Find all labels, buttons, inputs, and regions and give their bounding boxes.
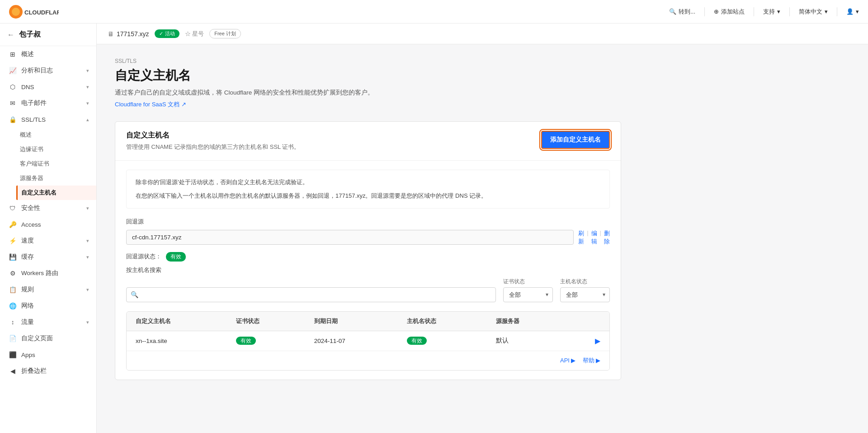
domain-bar: 🖥 177157.xyz ✓ 活动 ☆ 星号 Free 计划	[97, 24, 868, 44]
sidebar-item-access[interactable]: 🔑 Access	[0, 216, 96, 233]
sidebar-back-button[interactable]: ←	[7, 31, 14, 39]
edit-action[interactable]: 编辑	[591, 229, 597, 246]
chevron-down-icon: ▾	[777, 8, 780, 15]
sidebar-item-label: 速度	[21, 237, 82, 245]
sidebar-sub-item-ssl-client[interactable]: 客户端证书	[20, 157, 96, 171]
table-footer: API ▶ 帮助 ▶	[127, 351, 609, 370]
add-site-button[interactable]: ⊕ 添加站点	[714, 8, 745, 16]
table-row: xn--1xa.site 有效 2024-11-07 有效 默认	[127, 331, 609, 351]
sidebar-item-workers[interactable]: ⚙ Workers 路由	[0, 265, 96, 281]
chevron-down-icon3: ▾	[856, 8, 859, 15]
search-input-wrap: 🔍	[126, 287, 496, 302]
sidebar-item-label: Apps	[21, 352, 89, 358]
docs-link[interactable]: Cloudflare for SaaS 文档 ↗	[115, 100, 621, 109]
hostname-status-select-wrap: 全部 活动 过期 待处理	[560, 287, 610, 302]
separator1: |	[587, 229, 588, 246]
language-button[interactable]: 简体中文 ▾	[799, 8, 828, 16]
chart-icon: 📈	[9, 67, 17, 75]
sidebar-item-dns[interactable]: ⬡ DNS ▾	[0, 79, 96, 95]
shield-icon: 🛡	[9, 204, 17, 212]
search-section: 按主机名搜索 🔍 证书状态	[126, 266, 610, 302]
page-content: SSL/TLS 自定义主机名 通过客户自己的自定义域或虚拟域，将 Cloudfl…	[97, 44, 639, 403]
sidebar-item-email[interactable]: ✉ 电子邮件 ▾	[0, 95, 96, 111]
fallback-label: 回退源	[126, 218, 610, 226]
cert-valid-badge: 有效	[236, 337, 256, 345]
sidebar-sub-item-ssl-overview[interactable]: 概述	[20, 128, 96, 142]
row-expand-button[interactable]: ▶	[565, 331, 609, 351]
select-group: 证书状态 全部 活动 过期 待处理	[503, 278, 610, 302]
ssl-submenu: 概述 边缘证书 客户端证书 源服务器 自定义主机名	[0, 128, 96, 200]
sidebar-header: ← 包子叔	[0, 24, 96, 46]
fallback-info-box: 除非你的'回退源'处于活动状态，否则自定义主机名无法完成验证。 在您的区域下输入…	[126, 170, 610, 209]
sidebar-item-label: 缓存	[21, 253, 82, 261]
main-content: 🖥 177157.xyz ✓ 活动 ☆ 星号 Free 计划 SSL/TLS 自…	[97, 24, 868, 433]
card-description: 管理使用 CNAME 记录指向您的域的第三方的主机名和 SSL 证书。	[126, 143, 300, 151]
page-description: 通过客户自己的自定义域或虚拟域，将 Cloudflare 网络的安全性和性能优势…	[115, 88, 621, 98]
sidebar-item-network[interactable]: 🌐 网络	[0, 298, 96, 314]
search-label: 转到...	[679, 8, 695, 16]
sidebar-item-label: 规则	[21, 285, 82, 294]
card-body: 除非你的'回退源'处于活动状态，否则自定义主机名无法完成验证。 在您的区域下输入…	[115, 161, 621, 380]
traffic-icon: ↕	[9, 318, 17, 326]
warning-text: 除非你的'回退源'处于活动状态，否则自定义主机名无法完成验证。	[136, 177, 600, 187]
chevron-right-icon6: ▾	[86, 254, 89, 260]
api-arrow-icon: ▶	[571, 357, 576, 364]
cache-icon: 💾	[9, 253, 17, 261]
sidebar-sub-item-ssl-custom[interactable]: 自定义主机名	[16, 186, 96, 200]
divider4	[837, 7, 837, 16]
topnav-right: 🔍 转到... ⊕ 添加站点 支持 ▾ 简体中文 ▾ 👤 ▾	[669, 7, 859, 16]
sidebar-item-label: Access	[21, 221, 89, 228]
support-button[interactable]: 支持 ▾	[763, 8, 780, 16]
api-label: API	[560, 357, 570, 364]
sidebar-item-overview[interactable]: ⊞ 概述	[0, 46, 96, 62]
layout: ← 包子叔 ⊞ 概述 📈 分析和日志 ▾ ⬡ DNS ▾ ✉ 电子邮件 ▾ 🔒	[0, 24, 868, 433]
sidebar-sub-item-ssl-origin[interactable]: 源服务器	[20, 171, 96, 186]
sidebar-item-traffic[interactable]: ↕ 流量 ▾	[0, 314, 96, 330]
chevron-right-icon5: ▾	[86, 238, 89, 244]
hostname-status-select[interactable]: 全部 活动 过期 待处理	[560, 287, 610, 302]
sidebar-item-security[interactable]: 🛡 安全性 ▾	[0, 200, 96, 216]
star-button[interactable]: ☆ 星号	[185, 30, 204, 38]
search-input[interactable]	[126, 287, 496, 302]
sidebar-title: 包子叔	[19, 30, 41, 39]
help-link[interactable]: 帮助 ▶	[583, 357, 600, 365]
fallback-input[interactable]	[126, 230, 574, 245]
api-link[interactable]: API ▶	[560, 357, 576, 365]
mail-icon: ✉	[9, 99, 17, 107]
search-icon: 🔍	[131, 291, 138, 298]
domain-icon: 🖥	[108, 30, 114, 38]
sidebar-item-cache[interactable]: 💾 缓存 ▾	[0, 249, 96, 265]
cell-expiry: 2024-11-07	[305, 331, 398, 351]
sidebar-item-label: 网络	[21, 302, 89, 310]
card-header-text: 自定义主机名 管理使用 CNAME 记录指向您的域的第三方的主机名和 SSL 证…	[126, 131, 300, 151]
checkmark-icon: ✓	[159, 31, 163, 37]
divider2	[754, 7, 754, 16]
cell-origin: 默认	[487, 331, 565, 351]
add-custom-hostname-button[interactable]: 添加自定义主机名	[541, 131, 610, 149]
cert-status-select[interactable]: 全部 活动 过期 待处理	[503, 287, 553, 302]
delete-action[interactable]: 删除	[604, 229, 610, 246]
add-site-label: 添加站点	[721, 8, 745, 16]
sidebar-item-custom-pages[interactable]: 📄 自定义页面	[0, 330, 96, 347]
sidebar-item-fold[interactable]: ◀ 折叠边栏	[0, 363, 96, 379]
sidebar-item-label: Workers 路由	[21, 269, 89, 277]
external-link-icon: ↗	[181, 101, 186, 108]
cert-status-group: 证书状态 全部 活动 过期 待处理	[503, 278, 553, 302]
hostname-status-group: 主机名状态 全部 活动 过期 待处理	[560, 278, 610, 302]
sidebar-item-apps[interactable]: ⬛ Apps	[0, 347, 96, 363]
sidebar-item-analytics[interactable]: 📈 分析和日志 ▾	[0, 62, 96, 79]
plus-icon: ⊕	[714, 8, 719, 15]
svg-text:CLOUDFLARE: CLOUDFLARE	[24, 9, 59, 16]
user-button[interactable]: 👤 ▾	[846, 8, 859, 15]
sidebar-sub-item-ssl-edge[interactable]: 边缘证书	[20, 142, 96, 157]
sidebar-item-speed[interactable]: ⚡ 速度 ▾	[0, 233, 96, 249]
status-label: 回退源状态：	[126, 252, 161, 261]
refresh-action[interactable]: 刷新	[578, 229, 584, 246]
cell-hostname-status: 有效	[398, 331, 487, 351]
sidebar-item-rules[interactable]: 📋 规则 ▾	[0, 281, 96, 298]
sidebar-item-ssl[interactable]: 🔒 SSL/TLS ▴	[0, 111, 96, 128]
lock-icon: 🔒	[9, 115, 17, 124]
divider	[704, 7, 705, 16]
search-button[interactable]: 🔍 转到...	[669, 8, 695, 16]
sidebar-item-label: 自定义页面	[21, 334, 89, 343]
